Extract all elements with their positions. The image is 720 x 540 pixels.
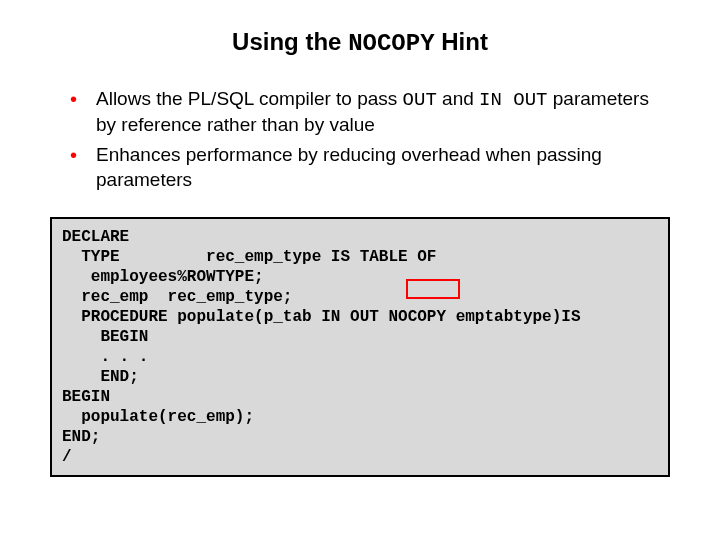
bullet-text: Allows the PL/SQL compiler to pass [96, 88, 403, 109]
page-title: Using the NOCOPY Hint [50, 28, 670, 57]
bullet-text: and [437, 88, 479, 109]
highlight-box [406, 279, 460, 299]
code-text: DECLARE TYPE rec_emp_type IS TABLE OF em… [62, 228, 580, 466]
title-post: Hint [435, 28, 488, 55]
slide: Using the NOCOPY Hint Allows the PL/SQL … [0, 0, 720, 540]
list-item: Allows the PL/SQL compiler to pass OUT a… [70, 87, 670, 137]
bullet-list: Allows the PL/SQL compiler to pass OUT a… [50, 87, 670, 193]
title-pre: Using the [232, 28, 348, 55]
bullet-text: Enhances performance by reducing overhea… [96, 144, 602, 190]
title-mono: NOCOPY [348, 30, 434, 57]
bullet-mono: OUT [403, 89, 437, 111]
bullet-mono: IN OUT [479, 89, 547, 111]
list-item: Enhances performance by reducing overhea… [70, 143, 670, 192]
code-block: DECLARE TYPE rec_emp_type IS TABLE OF em… [50, 217, 670, 477]
